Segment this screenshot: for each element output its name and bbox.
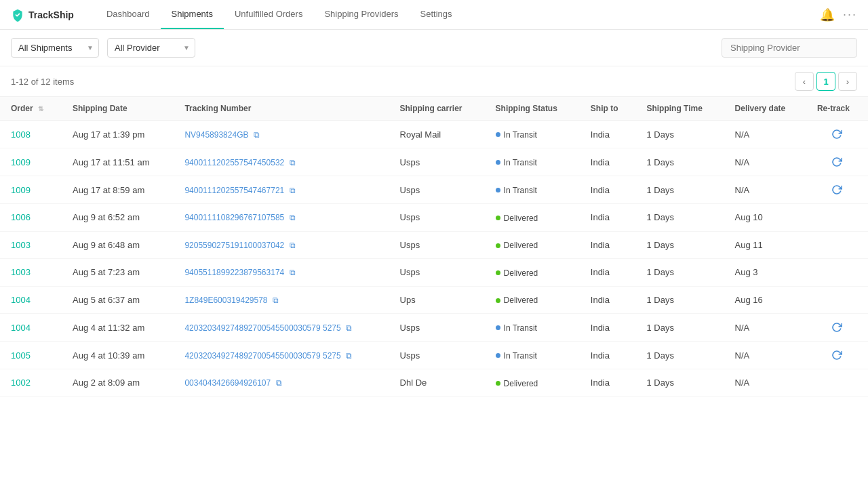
more-options-icon[interactable]: ··· (843, 7, 857, 22)
cell-carrier-5: Usps (389, 259, 485, 287)
cell-order-8: 1005 (0, 342, 62, 369)
top-bar-right: 🔔 ··· (820, 7, 857, 22)
cell-delivery-date-0: N/A (724, 121, 806, 148)
cell-date-4: Aug 9 at 6:48 am (62, 231, 174, 259)
tab-dashboard[interactable]: Dashboard (96, 0, 161, 29)
tracking-link-3[interactable]: 9400111108296767107585 (184, 213, 284, 222)
order-link-9[interactable]: 1002 (11, 378, 31, 388)
tracking-link-7[interactable]: 420320349274892700545500030579 5275 (184, 323, 340, 333)
tab-unfulfilled-orders[interactable]: Unfulfilled Orders (224, 0, 313, 29)
table-row: 1004 Aug 4 at 11:32 am 42032034927489270… (0, 314, 868, 342)
bell-icon[interactable]: 🔔 (820, 7, 835, 22)
copy-icon-0[interactable]: ⧉ (254, 130, 260, 140)
copy-icon-4[interactable]: ⧉ (290, 241, 296, 250)
tracking-link-4[interactable]: 9205590275191100037042 (184, 241, 284, 250)
status-dot-6 (496, 298, 500, 303)
cell-date-8: Aug 4 at 10:39 am (62, 342, 174, 369)
order-link-2[interactable]: 1009 (11, 185, 31, 195)
tracking-link-8[interactable]: 420320349274892700545500030579 5275 (184, 351, 340, 361)
status-dot-1 (496, 160, 500, 165)
shipments-table-container: Order ⇅ Shipping Date Tracking Number Sh… (0, 96, 868, 397)
tracking-link-2[interactable]: 9400111202557547467721 (184, 186, 284, 195)
cell-shipping-time-2: 1 Days (635, 176, 724, 204)
order-link-3[interactable]: 1006 (11, 212, 31, 222)
order-link-1[interactable]: 1009 (11, 157, 31, 167)
tracking-link-9[interactable]: 0034043426694926107 (184, 378, 271, 388)
tab-settings[interactable]: Settings (410, 0, 463, 29)
tab-shipping-providers[interactable]: Shipping Providers (313, 0, 409, 29)
cell-retrack-5 (806, 259, 868, 287)
tab-shipments[interactable]: Shipments (161, 0, 224, 29)
cell-order-3: 1006 (0, 204, 62, 232)
page-1-button[interactable]: 1 (816, 72, 835, 91)
cell-ship-to-2: India (580, 176, 636, 204)
order-link-5[interactable]: 1003 (11, 267, 31, 277)
top-bar: TrackShip Dashboard Shipments Unfulfille… (0, 0, 868, 30)
retrack-button-0[interactable] (817, 129, 857, 140)
cell-shipping-time-1: 1 Days (635, 148, 724, 176)
copy-icon-6[interactable]: ⧉ (273, 296, 279, 305)
cell-status-6: Delivered (485, 286, 580, 314)
cell-carrier-7: Usps (389, 314, 485, 342)
retrack-button-7[interactable] (817, 322, 857, 333)
cell-carrier-8: Usps (389, 342, 485, 369)
copy-icon-7[interactable]: ⧉ (346, 323, 352, 333)
copy-icon-9[interactable]: ⧉ (276, 378, 282, 388)
cell-delivery-date-2: N/A (724, 176, 806, 204)
app-name: TrackShip (28, 9, 74, 20)
col-shipping-carrier: Shipping carrier (389, 97, 485, 121)
status-dot-8 (496, 353, 500, 358)
cell-date-1: Aug 17 at 11:51 am (62, 148, 174, 176)
next-page-button[interactable]: › (838, 72, 857, 91)
cell-status-0: In Transit (485, 121, 580, 148)
tracking-link-0[interactable]: NV945893824GB (184, 130, 248, 140)
cell-order-4: 1003 (0, 231, 62, 259)
provider-filter-wrapper: All Provider Usps UPS Royal Mail DHL ▼ (107, 38, 195, 58)
status-badge-1: In Transit (496, 158, 537, 167)
provider-filter-select[interactable]: All Provider Usps UPS Royal Mail DHL (107, 38, 195, 58)
cell-retrack-1 (806, 148, 868, 176)
status-label-4: Delivered (504, 241, 538, 250)
cell-shipping-time-8: 1 Days (635, 342, 724, 369)
order-link-8[interactable]: 1005 (11, 350, 31, 361)
prev-page-button[interactable]: ‹ (795, 72, 814, 91)
order-link-4[interactable]: 1003 (11, 240, 31, 250)
cell-delivery-date-8: N/A (724, 342, 806, 369)
cell-order-1: 1009 (0, 148, 62, 176)
copy-icon-3[interactable]: ⧉ (290, 213, 296, 222)
retrack-button-2[interactable] (817, 184, 857, 195)
tracking-link-1[interactable]: 9400111202557547450532 (184, 158, 284, 167)
shipping-provider-search[interactable] (722, 38, 857, 58)
cell-carrier-0: Royal Mail (389, 121, 485, 148)
order-link-0[interactable]: 1008 (11, 129, 31, 140)
cell-status-7: In Transit (485, 314, 580, 342)
cell-ship-to-3: India (580, 204, 636, 232)
retrack-button-1[interactable] (817, 157, 857, 167)
cell-status-1: In Transit (485, 148, 580, 176)
status-badge-5: Delivered (496, 268, 538, 278)
copy-icon-8[interactable]: ⧉ (346, 351, 352, 361)
shipment-filter-select[interactable]: All Shipments In Transit Delivered (11, 38, 99, 58)
col-order[interactable]: Order ⇅ (0, 97, 62, 121)
tracking-link-5[interactable]: 9405511899223879563174 (184, 268, 284, 277)
retrack-button-8[interactable] (817, 350, 857, 361)
tracking-link-6[interactable]: 1Z849E600319429578 (184, 296, 267, 305)
cell-order-7: 1004 (0, 314, 62, 342)
copy-icon-5[interactable]: ⧉ (290, 268, 296, 277)
cell-order-9: 1002 (0, 369, 62, 397)
cell-retrack-8 (806, 342, 868, 369)
cell-ship-to-6: India (580, 286, 636, 314)
table-row: 1009 Aug 17 at 11:51 am 9400111202557547… (0, 148, 868, 176)
cell-ship-to-8: India (580, 342, 636, 369)
copy-icon-2[interactable]: ⧉ (290, 186, 296, 195)
cell-delivery-date-6: Aug 16 (724, 286, 806, 314)
cell-retrack-0 (806, 121, 868, 148)
order-link-6[interactable]: 1004 (11, 295, 31, 305)
copy-icon-1[interactable]: ⧉ (290, 158, 296, 167)
cell-tracking-8: 420320349274892700545500030579 5275 ⧉ (174, 342, 389, 369)
col-ship-to: Ship to (580, 97, 636, 121)
order-link-7[interactable]: 1004 (11, 323, 31, 333)
status-label-3: Delivered (504, 214, 538, 223)
cell-tracking-3: 9400111108296767107585 ⧉ (174, 204, 389, 232)
items-count: 1-12 of 12 items (11, 77, 74, 87)
